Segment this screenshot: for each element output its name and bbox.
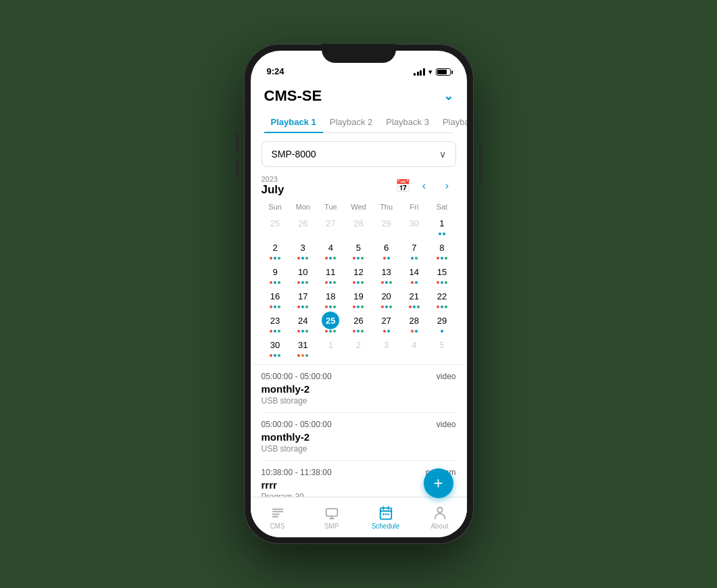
table-row[interactable]: 3 <box>372 335 400 359</box>
table-row[interactable]: 31 <box>289 335 317 359</box>
table-row[interactable]: 3 <box>289 237 317 262</box>
app-title: CMS-SE <box>264 87 322 105</box>
table-row[interactable]: 8 <box>428 237 455 262</box>
calendar-prev-button[interactable]: ‹ <box>416 177 433 195</box>
table-row[interactable]: 10 <box>289 262 317 286</box>
calendar-picker-icon[interactable]: 📅 <box>395 178 410 193</box>
add-icon: + <box>433 474 443 493</box>
phone-frame: 9:24 ▾ CMS-SE ⌄ <box>244 44 474 544</box>
table-row[interactable]: 1 <box>317 335 345 359</box>
nav-label-schedule: Schedule <box>372 522 400 530</box>
recording-time: 05:00:00 - 05:00:00 <box>262 372 332 381</box>
add-button[interactable]: + <box>424 468 453 498</box>
nav-label-cms: CMS <box>270 522 285 530</box>
nav-item-cms[interactable]: CMS <box>251 497 305 537</box>
list-item[interactable]: 05:00:00 - 05:00:00 video monthly-2 USB … <box>262 365 456 413</box>
table-row[interactable]: 20 <box>372 286 400 310</box>
device-dropdown-icon: ∨ <box>439 149 446 160</box>
svg-point-3 <box>385 513 387 515</box>
app-content: CMS-SE ⌄ Playback 1 Playback 2 Playback … <box>251 80 467 537</box>
table-row[interactable]: 29 <box>372 213 400 237</box>
nav-item-smp[interactable]: SMP <box>305 497 359 537</box>
table-row[interactable]: 26 <box>289 213 317 237</box>
tab-playback3[interactable]: Playback 3 <box>379 112 436 132</box>
calendar-next-button[interactable]: › <box>439 177 456 195</box>
weekday-mon: Mon <box>289 201 317 213</box>
table-row[interactable]: 27 <box>372 310 400 335</box>
recording-time: 10:38:00 - 11:38:00 <box>262 468 332 477</box>
svg-rect-0 <box>326 508 337 516</box>
svg-point-5 <box>437 507 442 512</box>
weekday-fri: Fri <box>400 201 428 213</box>
table-row[interactable]: 1 <box>428 213 455 237</box>
table-row[interactable]: 4 <box>317 237 345 262</box>
nav-label-about: About <box>430 522 448 530</box>
wifi-icon: ▾ <box>428 68 432 76</box>
nav-item-schedule[interactable]: Schedule <box>359 497 413 537</box>
title-dropdown-icon[interactable]: ⌄ <box>443 89 453 103</box>
table-row[interactable]: 21 <box>400 286 428 310</box>
table-row[interactable]: 24 <box>289 310 317 335</box>
table-row[interactable]: 6 <box>372 237 400 262</box>
tab-playback1[interactable]: Playback 1 <box>264 112 323 132</box>
table-row[interactable]: 7 <box>400 237 428 262</box>
table-row[interactable]: 26 <box>345 310 372 335</box>
nav-item-about[interactable]: About <box>413 497 467 537</box>
table-row[interactable]: 25 <box>317 310 345 335</box>
recording-source: USB storage <box>262 444 456 454</box>
table-row[interactable]: 30 <box>262 335 289 359</box>
weekday-sat: Sat <box>428 201 455 213</box>
table-row[interactable]: 27 <box>317 213 345 237</box>
weekday-tue: Tue <box>317 201 345 213</box>
calendar-month: July <box>262 183 285 197</box>
table-row[interactable]: 5 <box>428 335 455 359</box>
list-item[interactable]: 05:00:00 - 05:00:00 video monthly-2 USB … <box>262 413 456 461</box>
table-row[interactable]: 30 <box>400 213 428 237</box>
schedule-icon <box>378 506 393 520</box>
table-row[interactable]: 14 <box>400 262 428 286</box>
svg-point-4 <box>387 513 389 515</box>
calendar-section: 2023 July 📅 ‹ › <box>251 175 467 364</box>
tab-playback2[interactable]: Playback 2 <box>323 112 380 132</box>
cms-icon <box>270 506 285 520</box>
table-row[interactable]: 9 <box>262 262 289 286</box>
device-selector[interactable]: SMP-8000 ∨ <box>262 141 456 167</box>
battery-icon <box>436 68 451 76</box>
table-row[interactable]: 25 <box>262 213 289 237</box>
table-row[interactable]: 2 <box>345 335 372 359</box>
table-row[interactable]: 11 <box>317 262 345 286</box>
recording-name: monthly-2 <box>262 383 456 395</box>
table-row[interactable]: 23 <box>262 310 289 335</box>
table-row[interactable]: 13 <box>372 262 400 286</box>
tab-playback4[interactable]: Playback 4 <box>436 112 467 132</box>
recording-time: 05:00:00 - 05:00:00 <box>262 420 332 429</box>
table-row[interactable]: 22 <box>428 286 455 310</box>
table-row[interactable]: 19 <box>345 286 372 310</box>
calendar-year: 2023 <box>262 175 285 183</box>
table-row[interactable]: 12 <box>345 262 372 286</box>
table-row[interactable]: 28 <box>400 310 428 335</box>
about-icon <box>432 506 447 520</box>
recording-type: video <box>437 420 456 429</box>
table-row[interactable]: 5 <box>345 237 372 262</box>
table-row[interactable]: 4 <box>400 335 428 359</box>
table-row[interactable]: 18 <box>317 286 345 310</box>
signal-icon <box>414 68 425 76</box>
table-row[interactable]: 15 <box>428 262 455 286</box>
recording-type: video <box>437 372 456 381</box>
table-row[interactable]: 28 <box>345 213 372 237</box>
table-row[interactable]: 2 <box>262 237 289 262</box>
main-scroll-area[interactable]: SMP-8000 ∨ 2023 July 📅 ‹ › <box>251 133 467 497</box>
status-icons: ▾ <box>414 68 451 76</box>
phone-screen: 9:24 ▾ CMS-SE ⌄ <box>251 51 467 537</box>
weekday-sun: Sun <box>262 201 289 213</box>
playback-tabs: Playback 1 Playback 2 Playback 3 Playbac… <box>264 112 453 133</box>
table-row[interactable]: 16 <box>262 286 289 310</box>
device-name: SMP-8000 <box>272 149 316 160</box>
table-row[interactable]: 17 <box>289 286 317 310</box>
calendar-grid: Sun Mon Tue Wed Thu Fri Sat <box>262 201 456 359</box>
status-time: 9:24 <box>267 66 285 76</box>
table-row[interactable]: 29 <box>428 310 455 335</box>
smp-icon <box>324 506 339 520</box>
bottom-nav: CMS SMP <box>251 497 467 537</box>
